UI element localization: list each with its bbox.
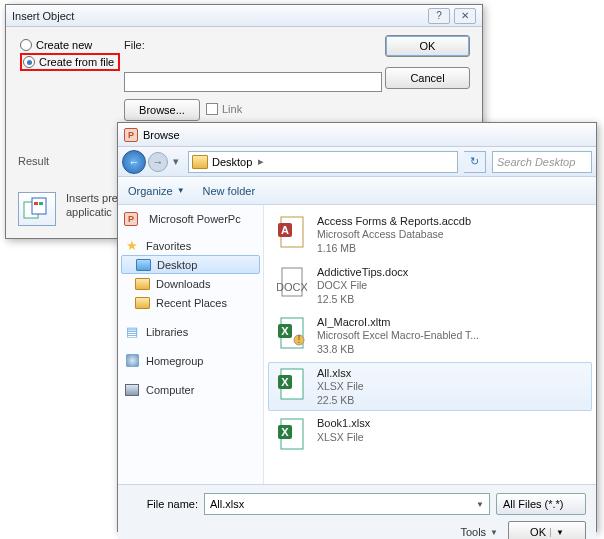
sidebar: P Microsoft PowerPc ★ Favorites Desktop … <box>118 205 264 484</box>
browse-button[interactable]: Browse... <box>124 99 200 121</box>
file-name: AI_MacroI.xltm <box>317 315 479 329</box>
docx-icon: DOCX <box>275 265 309 301</box>
search-input[interactable]: Search Desktop <box>492 151 592 173</box>
file-name: Book1.xlsx <box>317 416 370 430</box>
file-size: 22.5 KB <box>317 394 364 408</box>
excel-icon: X <box>275 416 309 452</box>
cancel-button[interactable]: Cancel <box>385 67 470 89</box>
search-placeholder: Search Desktop <box>497 156 575 168</box>
file-type: DOCX File <box>317 279 408 293</box>
powerpoint-icon: P <box>124 128 138 142</box>
create-new-label: Create new <box>36 39 92 51</box>
insert-titlebar[interactable]: Insert Object ? ✕ <box>6 5 482 27</box>
svg-rect-3 <box>39 202 43 205</box>
sidebar-item-recent[interactable]: Recent Places <box>118 293 263 312</box>
ok-button[interactable]: OK <box>385 35 470 57</box>
file-size: 12.5 KB <box>317 293 408 307</box>
insert-title: Insert Object <box>12 10 424 22</box>
file-type: XLSX File <box>317 431 370 445</box>
filename-row: File name: All.xlsx ▼ All Files (*.*) <box>128 493 586 515</box>
toolbar: Organize ▼ New folder <box>118 177 596 205</box>
sidebar-label: Libraries <box>146 326 188 338</box>
sidebar-label: Favorites <box>146 240 191 252</box>
refresh-button[interactable]: ↻ <box>464 151 486 173</box>
powerpoint-icon: P <box>124 212 138 226</box>
file-type: Microsoft Access Database <box>317 228 471 242</box>
create-from-file-label: Create from file <box>39 56 114 68</box>
sidebar-item-favorites[interactable]: ★ Favorites <box>118 236 263 255</box>
file-path-input[interactable] <box>124 72 382 92</box>
open-button[interactable]: OK ▼ <box>508 521 586 539</box>
result-icon <box>18 192 56 226</box>
file-item-selected[interactable]: X All.xlsx XLSX File 22.5 KB <box>268 362 592 412</box>
organize-menu[interactable]: Organize ▼ <box>128 185 185 197</box>
svg-text:X: X <box>281 376 289 388</box>
browse-titlebar[interactable]: P Browse <box>118 123 596 147</box>
chevron-down-icon: ▼ <box>177 186 185 195</box>
result-heading: Result <box>18 155 49 167</box>
file-filter-dropdown[interactable]: All Files (*.*) <box>496 493 586 515</box>
svg-rect-2 <box>34 202 38 205</box>
folder-icon <box>192 155 208 169</box>
new-folder-button[interactable]: New folder <box>203 185 256 197</box>
file-item[interactable]: X Book1.xlsx XLSX File <box>268 412 592 456</box>
file-list: A Access Forms & Reports.accdb Microsoft… <box>264 205 596 484</box>
svg-text:DOCX: DOCX <box>277 281 307 293</box>
forward-button[interactable]: → <box>148 152 168 172</box>
nav-strip: ← → ▾ Desktop ▸ ↻ Search Desktop <box>118 147 596 177</box>
svg-rect-1 <box>32 198 46 214</box>
desktop-icon <box>136 259 151 271</box>
libraries-icon: ▤ <box>124 325 140 339</box>
svg-text:A: A <box>281 224 289 236</box>
excel-icon: X <box>275 366 309 402</box>
sidebar-item-homegroup[interactable]: Homegroup <box>118 351 263 370</box>
file-type: Microsoft Excel Macro-Enabled T... <box>317 329 479 343</box>
sidebar-item-computer[interactable]: Computer <box>118 380 263 399</box>
breadcrumb-text: Desktop <box>212 156 252 168</box>
chevron-down-icon: ▼ <box>550 528 564 537</box>
back-button[interactable]: ← <box>122 150 146 174</box>
sidebar-label: Homegroup <box>146 355 203 367</box>
organize-label: Organize <box>128 185 173 197</box>
filename-label: File name: <box>128 498 198 510</box>
tools-label: Tools <box>460 526 486 538</box>
folder-icon <box>135 278 150 290</box>
file-item[interactable]: A Access Forms & Reports.accdb Microsoft… <box>268 210 592 260</box>
file-label: File: <box>124 39 145 51</box>
file-item[interactable]: DOCX AddictiveTips.docx DOCX File 12.5 K… <box>268 261 592 311</box>
folder-icon <box>135 297 150 309</box>
excel-macro-icon: X! <box>275 315 309 351</box>
help-icon[interactable]: ? <box>428 8 450 24</box>
file-item[interactable]: X! AI_MacroI.xltm Microsoft Excel Macro-… <box>268 311 592 361</box>
nav-history-dropdown[interactable]: ▾ <box>170 152 182 172</box>
browse-dialog: P Browse ← → ▾ Desktop ▸ ↻ Search Deskto… <box>117 122 597 532</box>
ok-label: OK <box>530 526 546 538</box>
link-checkbox[interactable]: Link <box>206 103 242 115</box>
chevron-down-icon: ▼ <box>476 500 484 509</box>
sidebar-label: Microsoft PowerPc <box>149 213 241 225</box>
access-icon: A <box>275 214 309 250</box>
sidebar-item-libraries[interactable]: ▤ Libraries <box>118 322 263 341</box>
sidebar-label: Desktop <box>157 259 197 271</box>
link-label: Link <box>222 103 242 115</box>
file-size: 1.16 MB <box>317 242 471 256</box>
homegroup-icon <box>126 354 139 367</box>
close-icon[interactable]: ✕ <box>454 8 476 24</box>
file-type: XLSX File <box>317 380 364 394</box>
computer-icon <box>125 384 139 396</box>
sidebar-item-desktop[interactable]: Desktop <box>121 255 260 274</box>
tools-menu[interactable]: Tools ▼ <box>460 526 498 538</box>
sidebar-label: Computer <box>146 384 194 396</box>
sidebar-label: Downloads <box>156 278 210 290</box>
bottom-panel: File name: All.xlsx ▼ All Files (*.*) To… <box>118 485 596 539</box>
breadcrumb[interactable]: Desktop ▸ <box>188 151 458 173</box>
filename-combobox[interactable]: All.xlsx ▼ <box>204 493 490 515</box>
tools-row: Tools ▼ OK ▼ <box>128 521 586 539</box>
filename-value: All.xlsx <box>210 498 244 510</box>
file-size: 33.8 KB <box>317 343 479 357</box>
sidebar-item-downloads[interactable]: Downloads <box>118 274 263 293</box>
file-name: AddictiveTips.docx <box>317 265 408 279</box>
browse-title: Browse <box>143 129 590 141</box>
sidebar-item-powerpoint[interactable]: P Microsoft PowerPc <box>118 209 263 228</box>
filter-label: All Files (*.*) <box>503 498 564 510</box>
